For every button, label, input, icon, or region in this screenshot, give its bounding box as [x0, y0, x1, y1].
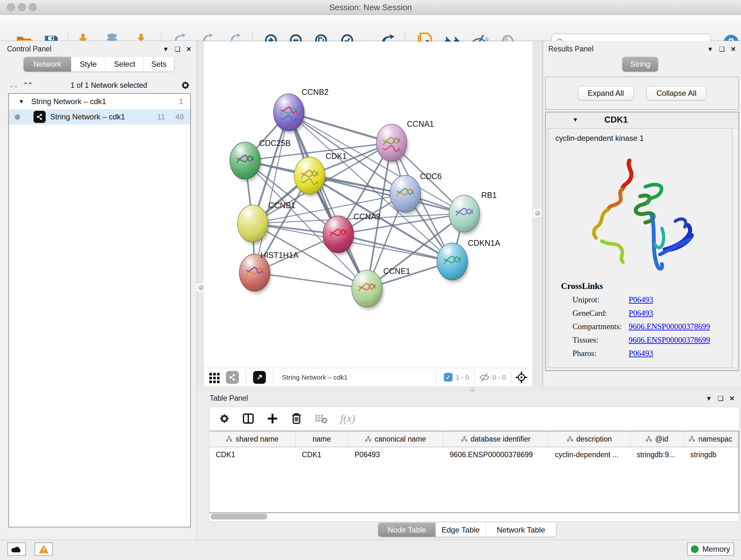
- memory-button[interactable]: Memory: [687, 543, 734, 556]
- fit-content-crosshair-icon[interactable]: [515, 371, 528, 384]
- column-header--id[interactable]: @id: [630, 431, 684, 447]
- network-canvas[interactable]: CCNB2CCNA1CDC25BCDK1CDC6RB1CCNB1CCNA2CDK…: [204, 42, 532, 368]
- results-entry-body: cyclin-dependent kinase 1 CrossLin: [548, 128, 732, 368]
- network-node-cdc25b[interactable]: CDC25B: [230, 138, 291, 182]
- network-row[interactable]: String Network – cdk1 11 48: [9, 109, 190, 125]
- panel-float-icon[interactable]: ❑: [175, 46, 180, 52]
- crosslink-row: Compartments:9606.ENSP00000378699: [548, 320, 732, 333]
- tab-network[interactable]: Network: [23, 57, 71, 71]
- node-label: CCNA2: [354, 212, 381, 221]
- network-options-gear-icon[interactable]: [181, 80, 190, 90]
- panel-close-icon[interactable]: ✕: [186, 46, 192, 52]
- results-panel-title: Results Panel: [548, 45, 594, 53]
- column-header-namespac[interactable]: namespac: [684, 431, 738, 447]
- table-cell[interactable]: stringdb:9...: [630, 447, 684, 462]
- network-node-cdkn1a[interactable]: CDKN1A: [437, 239, 500, 283]
- tab-edge-table[interactable]: Edge Table: [435, 523, 486, 537]
- network-node-hist1h1a[interactable]: HIST1H1A: [239, 251, 299, 294]
- table-cell[interactable]: 9606.ENSP00000378699: [443, 447, 549, 462]
- network-edge[interactable]: [289, 112, 367, 289]
- tab-style[interactable]: Style: [71, 57, 106, 71]
- network-node-ccna1[interactable]: CCNA1: [376, 119, 434, 164]
- results-panel-divider-grip[interactable]: [533, 208, 542, 217]
- memory-status-dot: [691, 545, 698, 553]
- selected-checkbox-icon[interactable]: ✓: [444, 373, 453, 381]
- column-header-label: description: [576, 435, 612, 443]
- panel-float-icon[interactable]: ❑: [718, 395, 724, 401]
- column-header-shared-name[interactable]: shared name: [209, 431, 295, 447]
- add-column-icon[interactable]: [267, 413, 278, 424]
- panel-menu-icon[interactable]: ▼: [706, 395, 712, 401]
- network-share-view-icon[interactable]: [226, 371, 239, 384]
- column-header-name[interactable]: name: [295, 431, 348, 447]
- crosslink-value-link[interactable]: P06493: [629, 295, 653, 304]
- tab-string[interactable]: String: [622, 57, 658, 71]
- entry-name: CDK1: [604, 115, 628, 125]
- collapse-all-networks-icon[interactable]: ⌄⌄: [8, 81, 17, 89]
- table-cell[interactable]: P06493: [348, 447, 443, 462]
- delete-column-icon[interactable]: [291, 413, 302, 425]
- tab-select[interactable]: Select: [106, 57, 144, 71]
- splitter-grip[interactable]: [470, 387, 475, 392]
- network-list: ▼ String Network – cdk1 1 String Network…: [8, 93, 191, 527]
- crosslink-label: Pharos:: [572, 349, 629, 358]
- table-cell[interactable]: CDK1: [295, 447, 348, 462]
- tab-node-table[interactable]: Node Table: [378, 523, 435, 537]
- network-node-ccne1[interactable]: CCNE1: [352, 266, 410, 310]
- expand-all-networks-icon[interactable]: ⌃⌃: [23, 81, 32, 89]
- node-label: CDKN1A: [468, 239, 500, 247]
- network-node-rb1[interactable]: RB1: [449, 191, 497, 235]
- network-node-ccnb2[interactable]: CCNB2: [273, 87, 329, 133]
- results-entry-header[interactable]: ▼ CDK1: [546, 112, 738, 127]
- network-edge[interactable]: [255, 112, 289, 273]
- crosslink-value-link[interactable]: 9606.ENSP00000378699: [629, 322, 710, 331]
- control-panel-divider[interactable]: [197, 41, 204, 386]
- show-columns-icon[interactable]: [243, 413, 254, 424]
- column-header-database-identifier[interactable]: database identifier: [443, 431, 549, 447]
- crosslink-value-link[interactable]: 9606.ENSP00000378699: [629, 335, 710, 345]
- table-cell[interactable]: stringdb: [684, 447, 738, 462]
- warnings-button[interactable]: [35, 543, 53, 556]
- table-cell[interactable]: cyclin-dependent ...: [549, 447, 630, 462]
- network-edge[interactable]: [338, 234, 452, 261]
- grid-view-icon[interactable]: [209, 372, 220, 383]
- table-options-gear-icon[interactable]: [219, 413, 230, 424]
- tab-sets[interactable]: Sets: [144, 57, 174, 71]
- tab-network-table[interactable]: Network Table: [486, 523, 556, 537]
- results-scrollbar[interactable]: [733, 128, 738, 368]
- column-header-label: shared name: [235, 435, 278, 443]
- node-label: CDC25B: [259, 138, 291, 147]
- panel-close-icon[interactable]: ✕: [731, 46, 736, 52]
- network-node-cdk1[interactable]: CDK1: [294, 152, 347, 197]
- table-horizontal-scrollbar[interactable]: [210, 513, 738, 520]
- control-panel: Control Panel ▼ ❑ ✕ Network Style Select…: [0, 41, 197, 540]
- panel-menu-icon[interactable]: ▼: [707, 46, 714, 52]
- table-cell[interactable]: CDK1: [209, 447, 295, 462]
- crosslink-value-link[interactable]: P06493: [629, 309, 653, 318]
- crosslink-value-link[interactable]: P06493: [629, 349, 653, 358]
- column-header-label: @id: [655, 435, 668, 443]
- birdseye-view-icon[interactable]: [253, 371, 266, 384]
- collection-expand-icon[interactable]: ▼: [18, 98, 24, 105]
- expand-all-button[interactable]: Expand All: [578, 86, 634, 100]
- network-node-ccnb1[interactable]: CCNB1: [238, 201, 295, 245]
- table-panel-splitter[interactable]: [197, 386, 741, 392]
- column-header-description[interactable]: description: [549, 431, 630, 447]
- collapse-all-button[interactable]: Collapse All: [647, 86, 706, 100]
- panel-menu-icon[interactable]: ▼: [163, 46, 169, 52]
- network-collection-row[interactable]: ▼ String Network – cdk1 1: [9, 94, 190, 109]
- column-header-canonical-name[interactable]: canonical name: [348, 431, 443, 447]
- network-status-dot: [15, 114, 20, 120]
- network-edge[interactable]: [255, 273, 367, 289]
- panel-close-icon[interactable]: ✕: [729, 395, 735, 401]
- panel-float-icon[interactable]: ❑: [719, 46, 725, 52]
- scrollbar-thumb[interactable]: [211, 514, 267, 519]
- network-node-cdc6[interactable]: CDC6: [390, 172, 442, 215]
- hidden-eye-icon: [479, 373, 490, 382]
- collection-count: 1: [179, 97, 183, 106]
- results-panel-divider[interactable]: [532, 41, 542, 386]
- cloud-status-button[interactable]: [7, 543, 26, 556]
- entry-collapse-icon[interactable]: ▼: [572, 117, 578, 123]
- table-row[interactable]: CDK1CDK1P064939606.ENSP00000378699cyclin…: [209, 447, 738, 462]
- node-label: CCNE1: [383, 266, 410, 275]
